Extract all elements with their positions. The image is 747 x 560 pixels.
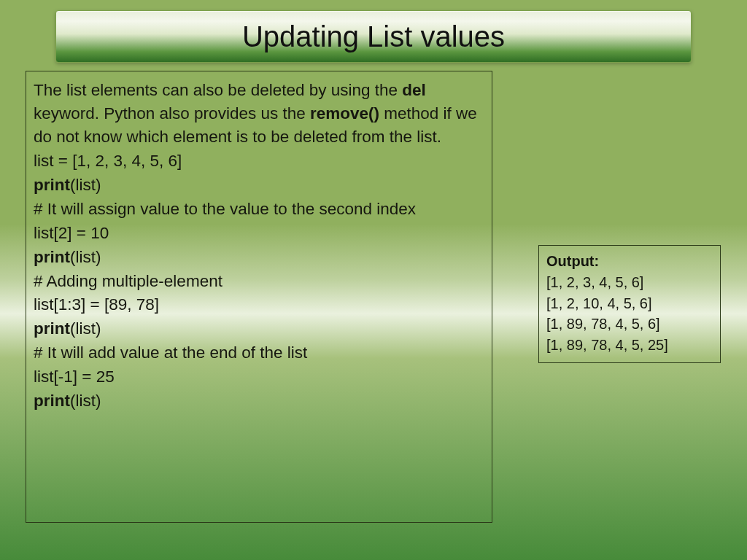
- print-args: (list): [70, 248, 101, 266]
- print-keyword: print: [34, 319, 70, 338]
- content-box: The list elements can also be deleted by…: [26, 71, 492, 523]
- output-line: [1, 2, 3, 4, 5, 6]: [546, 272, 713, 293]
- remove-keyword: remove(): [310, 104, 379, 122]
- code-line: list[2] = 10: [34, 222, 483, 245]
- print-keyword: print: [34, 176, 70, 194]
- slide: Updating List values The list elements c…: [0, 0, 747, 560]
- slide-title: Updating List values: [242, 20, 505, 53]
- intro-text-2: keyword. Python also provides us the: [34, 104, 310, 122]
- code-line: list[1:3] = [89, 78]: [34, 293, 483, 316]
- output-line: [1, 89, 78, 4, 5, 25]: [546, 335, 713, 356]
- code-line: print(list): [34, 246, 483, 269]
- code-line: print(list): [34, 389, 483, 413]
- print-args: (list): [70, 392, 101, 410]
- title-bar: Updating List values: [55, 10, 692, 63]
- intro-text-1: The list elements can also be deleted by…: [34, 81, 402, 99]
- print-args: (list): [70, 176, 101, 194]
- print-keyword: print: [34, 248, 70, 266]
- print-keyword: print: [34, 392, 70, 410]
- code-comment: # It will add value at the end of the li…: [34, 341, 483, 365]
- code-line: list = [1, 2, 3, 4, 5, 6]: [34, 149, 483, 173]
- code-line: print(list): [34, 317, 483, 341]
- output-box: Output: [1, 2, 3, 4, 5, 6] [1, 2, 10, 4,…: [538, 245, 721, 363]
- code-comment: # It will assign value to the value to t…: [34, 198, 483, 221]
- code-comment: # Adding multiple-element: [34, 270, 483, 293]
- output-line: [1, 89, 78, 4, 5, 6]: [546, 314, 713, 335]
- code-line: print(list): [34, 174, 483, 197]
- code-line: list[-1] = 25: [34, 365, 483, 389]
- del-keyword: del: [402, 81, 426, 99]
- print-args: (list): [70, 319, 101, 338]
- output-line: [1, 2, 10, 4, 5, 6]: [546, 293, 713, 314]
- intro-paragraph: The list elements can also be deleted by…: [34, 79, 483, 149]
- output-label: Output:: [546, 253, 599, 269]
